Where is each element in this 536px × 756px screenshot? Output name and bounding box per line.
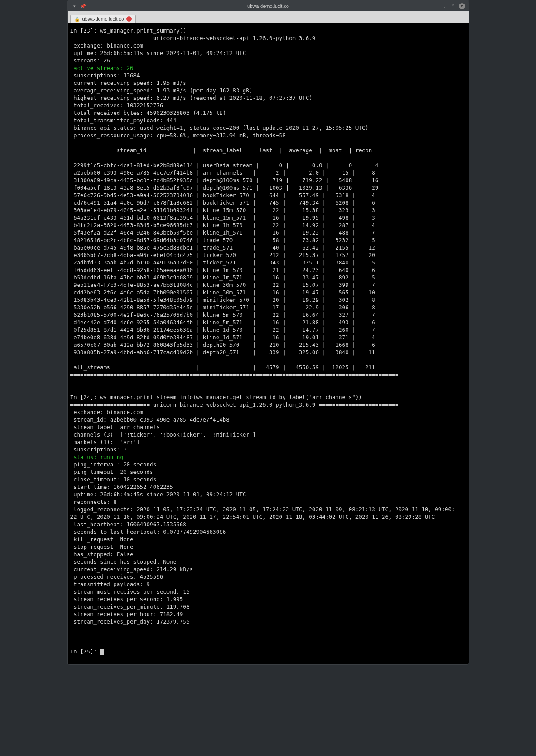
info-seconds-since-stopped: seconds_since_has_stopped: None — [70, 558, 177, 565]
table-sep: ----------------------------------------… — [70, 139, 399, 146]
info-per-second: stream_receives_per_second: 1.995 — [70, 596, 183, 602]
info-subscriptions: subscriptions: 3 — [70, 446, 127, 453]
summary-api-status: binance_api_status: used_weight=1, statu… — [70, 125, 369, 131]
info-per-minute: stream_receives_per_minute: 119.708 — [70, 603, 190, 610]
info-status: status: running — [70, 454, 123, 460]
info-per-hour: stream_receives_per_hour: 7182.49 — [70, 611, 183, 617]
info-stream-label: stream_label: arr channels — [70, 424, 160, 430]
banner-line: ======================== unicorn-binance… — [70, 401, 399, 408]
info-transmitted-payloads: transmitted_payloads: 9 — [70, 581, 150, 587]
table-rows: 2299f1c5-cbfc-4ca1-81ed-be2b8d89e114 | u… — [70, 161, 466, 356]
info-uptime: uptime: 26d:6h:4m:45s since 2020-11-01, … — [70, 491, 246, 498]
footer-eq: ========================================… — [70, 626, 399, 632]
summary-uptime: uptime: 26d:6h:5m:11s since 2020-11-01, … — [70, 50, 246, 56]
info-exchange: exchange: binance.com — [70, 409, 144, 415]
titlebar[interactable]: ▾ 📌 ubwa-demo.lucit.co ⌄ ⌃ ✕ — [68, 1, 469, 11]
info-channels: channels (3): ['!ticker', '!bookTicker',… — [70, 431, 256, 438]
input-24-code: ws_manager.print_stream_info(ws_manager.… — [100, 394, 362, 400]
table-header: stream_id | stream_label | last | averag… — [70, 147, 372, 154]
all-streams-row: all_streams | | 4579 | 4550.59 | 12025 |… — [70, 364, 375, 371]
info-start-time: start_time: 1604222652.4062235 — [70, 484, 173, 490]
info-logged-reconnects-2: 22 UTC, 2020-11-10, 09:00:24 UTC, 2020-1… — [70, 514, 435, 520]
table-sep: ----------------------------------------… — [70, 356, 399, 363]
info-stop-request: stop_request: None — [70, 543, 133, 550]
info-ping-timeout: ping_timeout: 20 seconds — [70, 469, 153, 475]
info-processed-receives: processed_receives: 4525596 — [70, 573, 163, 580]
info-per-day: stream_receives_per_day: 172379.755 — [70, 618, 190, 625]
terminal[interactable]: In [23]: ws_manager.print_summary() ====… — [68, 23, 469, 664]
summary-streams: streams: 26 — [70, 57, 110, 64]
banner-line: ======================== unicorn-binance… — [70, 35, 399, 41]
pin-icon[interactable]: 📌 — [80, 3, 86, 9]
info-close-timeout: close_timeout: 10 seconds — [70, 476, 157, 483]
info-stream-id: stream_id: a2bebb00-c393-490e-a785-4dc7e… — [70, 416, 229, 423]
summary-current-speed: current_receiving_speed: 1.95 mB/s — [70, 80, 186, 86]
close-button[interactable]: ✕ — [459, 3, 465, 9]
info-reconnects: reconnects: 8 — [70, 499, 117, 505]
info-last-heartbeat: last_heartbeat: 1606490967.1535668 — [70, 521, 186, 528]
summary-highest-speed: highest_receiving_speed: 6.27 mB/s (reac… — [70, 95, 312, 101]
app-window: ▾ 📌 ubwa-demo.lucit.co ⌄ ⌃ ✕ 🔒 ubwa-demo… — [67, 0, 469, 665]
info-markets: markets (1): ['arr'] — [70, 439, 140, 445]
tabbar: 🔒 ubwa-demo.lucit.co — [68, 11, 469, 23]
tab-session[interactable]: 🔒 ubwa-demo.lucit.co — [70, 15, 136, 23]
summary-total-receives: total_receives: 10322152776 — [70, 102, 163, 109]
info-kill-request: kill_request: None — [70, 536, 133, 543]
summary-average-speed: average_receiving_speed: 1.93 mB/s (per … — [70, 87, 253, 94]
info-current-speed: current_receiving_speed: 214.29 kB/s — [70, 566, 193, 573]
input-23-prompt: In [23]: — [70, 27, 100, 34]
summary-exchange: exchange: binance.com — [70, 42, 144, 49]
maximize-button[interactable]: ⌃ — [450, 3, 456, 9]
window-title: ubwa-demo.lucit.co — [247, 4, 289, 9]
summary-resource-usage: process_ressource_usage: cpu=58.6%, memo… — [70, 132, 286, 139]
info-most-per-second: stream_most_receives_per_second: 15 — [70, 588, 190, 595]
summary-total-bytes: total_received_bytes: 4590230326803 (4.1… — [70, 110, 226, 116]
input-25-prompt: In [25]: — [70, 648, 100, 655]
summary-total-payloads: total_transmitted_payloads: 444 — [70, 117, 177, 124]
input-23-code: ws_manager.print_summary() — [100, 27, 186, 34]
minimize-button[interactable]: ⌄ — [441, 3, 447, 9]
table-sep: ----------------------------------------… — [70, 154, 399, 161]
info-ping-interval: ping_interval: 20 seconds — [70, 461, 157, 468]
info-seconds-to-heartbeat: seconds_to_last_heartbeat: 0.07877492904… — [70, 528, 226, 535]
menu-icon[interactable]: ▾ — [71, 3, 78, 9]
input-24-prompt: In [24]: — [70, 394, 100, 400]
summary-subscriptions: subscriptions: 13684 — [70, 72, 140, 79]
info-has-stopped: has_stopped: False — [70, 551, 133, 558]
summary-active-streams: active_streams: 26 — [70, 65, 133, 71]
tab-label: ubwa-demo.lucit.co — [82, 16, 124, 22]
footer-eq: ========================================… — [70, 371, 399, 378]
cursor — [100, 649, 104, 655]
info-logged-reconnects-1: logged_reconnects: 2020-11-05, 17:23:24 … — [70, 506, 455, 513]
lock-icon: 🔒 — [74, 17, 80, 22]
tab-close-icon[interactable] — [126, 16, 132, 22]
